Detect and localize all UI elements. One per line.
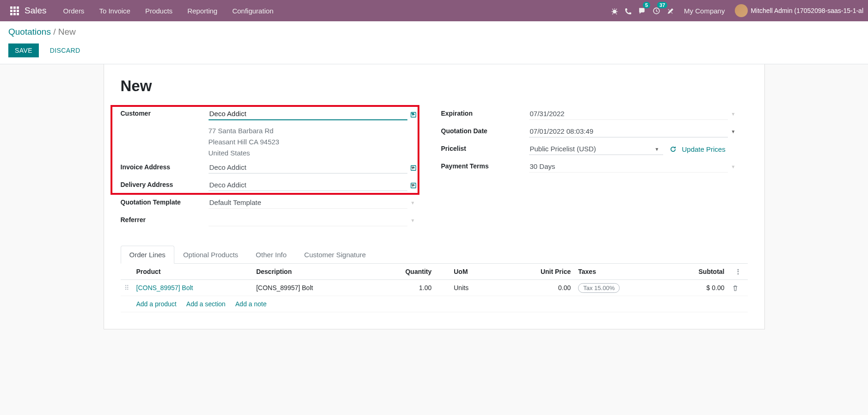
referrer-label: Referrer xyxy=(121,214,209,223)
delivery-address-input[interactable] xyxy=(209,179,407,191)
customer-label: Customer xyxy=(121,108,209,117)
notebook-tabs: Order Lines Optional Products Other Info… xyxy=(121,246,748,264)
address-line: 77 Santa Barbara Rd xyxy=(209,125,279,136)
caret-down-icon: ▼ xyxy=(731,129,736,134)
referrer-input[interactable] xyxy=(209,214,407,226)
breadcrumb-sep: / xyxy=(53,27,58,37)
caret-down-icon: ▼ xyxy=(411,218,415,223)
update-prices-link[interactable]: Update Prices xyxy=(682,145,726,153)
breadcrumb-parent[interactable]: Quotations xyxy=(8,27,51,37)
invoice-address-input[interactable] xyxy=(209,161,407,173)
cell-product[interactable]: [CONS_89957] Bolt xyxy=(136,284,193,291)
order-lines-table: Product Description Quantity UoM Unit Pr… xyxy=(121,264,748,312)
apps-icon[interactable] xyxy=(10,6,19,15)
save-button[interactable]: SAVE xyxy=(8,43,39,57)
page-title: New xyxy=(121,77,748,95)
activities-icon[interactable]: 37 xyxy=(653,6,660,15)
pricelist-label: Pricelist xyxy=(441,143,529,152)
col-description: Description xyxy=(252,264,372,280)
right-column: Expiration ▼ Quotation Date ▼ Pricelist xyxy=(441,108,748,232)
tab-customer-signature[interactable]: Customer Signature xyxy=(295,246,375,264)
messages-icon[interactable]: 5 xyxy=(638,6,646,15)
quotation-date-input[interactable] xyxy=(529,125,728,137)
username: Mitchell Admin (17052098-saas-15-1-al xyxy=(751,7,863,14)
menu-to-invoice[interactable]: To Invoice xyxy=(92,7,138,15)
app-name[interactable]: Sales xyxy=(25,6,47,16)
drag-handle-icon[interactable]: ⠿ xyxy=(121,280,133,296)
col-product: Product xyxy=(133,264,252,280)
expiration-label: Expiration xyxy=(441,108,529,117)
refresh-icon[interactable] xyxy=(670,145,677,153)
pricelist-input[interactable] xyxy=(529,143,663,155)
tab-order-lines[interactable]: Order Lines xyxy=(121,246,174,264)
quotation-date-label: Quotation Date xyxy=(441,125,529,135)
col-subtotal: Subtotal xyxy=(666,264,728,280)
tab-other-info[interactable]: Other Info xyxy=(247,246,295,264)
cell-quantity[interactable]: 1.00 xyxy=(372,280,435,296)
messages-badge: 5 xyxy=(643,2,650,8)
external-link-icon[interactable] xyxy=(410,110,417,118)
menu-products[interactable]: Products xyxy=(138,7,180,15)
caret-down-icon: ▼ xyxy=(731,164,736,169)
external-link-icon[interactable] xyxy=(410,164,417,171)
trash-icon[interactable] xyxy=(732,284,739,291)
phone-icon[interactable] xyxy=(625,6,632,15)
expiration-input[interactable] xyxy=(529,108,728,120)
add-line-row: Add a product Add a section Add a note xyxy=(121,296,748,312)
col-quantity: Quantity xyxy=(372,264,435,280)
cell-description[interactable]: [CONS_89957] Bolt xyxy=(252,280,372,296)
tools-icon[interactable] xyxy=(667,6,674,15)
tax-tag[interactable]: Tax 15.00% xyxy=(578,283,620,293)
cell-uom[interactable]: Units xyxy=(435,280,504,296)
payment-terms-label: Payment Terms xyxy=(441,161,529,170)
form-sheet: New Customer ▼ 77 xyxy=(104,64,765,329)
menu-configuration[interactable]: Configuration xyxy=(225,7,281,15)
delivery-address-label: Delivery Address xyxy=(121,179,209,188)
menu-orders[interactable]: Orders xyxy=(56,7,92,15)
invoice-address-label: Invoice Address xyxy=(121,161,209,171)
table-row[interactable]: ⠿ [CONS_89957] Bolt [CONS_89957] Bolt 1.… xyxy=(121,280,748,296)
customer-input[interactable] xyxy=(209,108,407,120)
quotation-template-label: Quotation Template xyxy=(121,197,209,206)
cell-subtotal: $ 0.00 xyxy=(666,280,728,296)
add-product-link[interactable]: Add a product xyxy=(136,300,177,308)
external-link-icon[interactable] xyxy=(410,181,417,189)
main-navbar: Sales Orders To Invoice Products Reporti… xyxy=(0,0,868,21)
payment-terms-input[interactable] xyxy=(529,161,728,173)
address-line: United States xyxy=(209,148,279,159)
tab-optional-products[interactable]: Optional Products xyxy=(174,246,247,264)
quotation-template-input[interactable] xyxy=(209,197,407,209)
add-note-link[interactable]: Add a note xyxy=(235,300,267,308)
breadcrumb-current: New xyxy=(58,27,76,37)
col-unit-price: Unit Price xyxy=(504,264,574,280)
cell-unit-price[interactable]: 0.00 xyxy=(504,280,574,296)
kebab-icon[interactable]: ⋮ xyxy=(732,268,744,275)
menu-reporting[interactable]: Reporting xyxy=(180,7,225,15)
breadcrumb: Quotations / New xyxy=(8,27,860,37)
svg-point-0 xyxy=(613,10,616,13)
company-switcher[interactable]: My Company xyxy=(680,7,728,15)
address-line: Pleasant Hill CA 94523 xyxy=(209,136,279,148)
control-panel: Quotations / New SAVE DISCARD xyxy=(0,21,868,64)
left-column: Customer ▼ 77 Santa Barbara Rd Pleasant … xyxy=(121,108,427,232)
avatar xyxy=(735,4,748,17)
customer-address: 77 Santa Barbara Rd Pleasant Hill CA 945… xyxy=(209,125,279,161)
col-uom: UoM xyxy=(435,264,504,280)
activities-badge: 37 xyxy=(657,2,667,8)
user-menu[interactable]: Mitchell Admin (17052098-saas-15-1-al xyxy=(735,4,863,17)
add-section-link[interactable]: Add a section xyxy=(186,300,226,308)
caret-down-icon: ▼ xyxy=(411,200,415,205)
discard-button[interactable]: DISCARD xyxy=(43,43,87,57)
bug-icon[interactable] xyxy=(611,6,618,15)
caret-down-icon: ▼ xyxy=(731,111,736,117)
col-taxes: Taxes xyxy=(574,264,666,280)
